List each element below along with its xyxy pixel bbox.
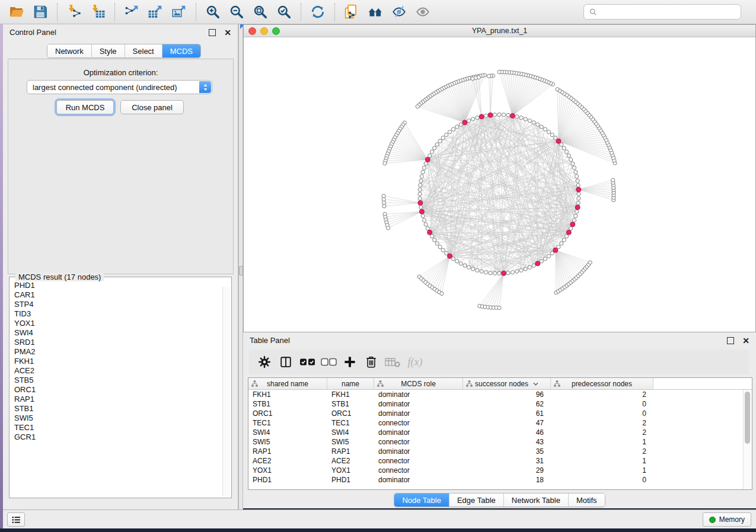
select-all-icon[interactable] [296,352,318,372]
table-row[interactable]: ORC1ORC1dominator610 [248,409,752,418]
search-box[interactable] [583,4,741,20]
columns-icon[interactable] [275,352,296,372]
mcds-result-item[interactable]: RAP1 [14,395,231,404]
float-panel-icon[interactable] [727,337,734,344]
mcds-result-item[interactable]: PHD1 [14,281,231,290]
add-icon[interactable] [339,352,361,372]
hide-graphics-details-icon[interactable] [390,2,409,21]
table-row[interactable]: PHD1PHD1dominator180 [248,475,752,485]
optimization-criterion-select[interactable]: largest connected component (undirected) [27,80,212,94]
cell-predecessor_nodes: 2 [551,447,653,456]
splitter-handle-icon[interactable] [239,266,243,275]
network-window-titlebar[interactable]: YPA_prune.txt_1 [243,24,756,37]
cell-name: FKH1 [327,390,374,399]
mcds-result-scrollbar[interactable] [222,287,229,496]
mcds-result-item[interactable]: SRD1 [14,338,231,347]
mcds-result-item[interactable]: FKH1 [14,357,231,366]
table-row[interactable]: ACE2ACE2connector311 [248,456,752,466]
task-history-button[interactable] [7,512,25,527]
cell-shared_name: STB1 [248,400,327,408]
table-row[interactable]: SWI5SWI5connector431 [248,437,752,447]
close-panel-icon[interactable]: ✕ [224,30,231,36]
column-header-name[interactable]: name [327,378,374,389]
select-spinner-icon[interactable] [199,81,211,93]
panel-splitter[interactable] [238,24,243,509]
mcds-result-item[interactable]: TID3 [14,309,231,319]
delete-icon[interactable] [361,352,382,372]
houses-icon[interactable] [366,2,385,21]
tab-mcds[interactable]: MCDS [162,44,200,57]
tab-select[interactable]: Select [125,44,162,57]
network-from-document-icon[interactable] [342,2,361,21]
tab-node-table[interactable]: Node Table [394,493,449,507]
table-row[interactable]: YOX1YOX1connector291 [248,466,752,475]
mcds-result-item[interactable]: STB1 [14,404,231,414]
cell-predecessor_nodes: 2 [551,390,653,399]
float-panel-icon[interactable] [209,29,216,36]
mcds-result-item[interactable]: STP4 [14,300,231,309]
delete-table-disabled-icon [382,352,403,372]
close-panel-button[interactable]: Close panel [120,100,184,114]
table-row[interactable]: SWI4SWI4dominator462 [248,428,752,437]
zoom-out-icon[interactable] [227,2,246,21]
memory-status-icon [709,517,716,523]
column-header-predecessor-nodes[interactable]: predecessor nodes [551,378,653,389]
save-icon[interactable] [31,2,50,21]
close-panel-icon[interactable]: ✕ [742,338,749,344]
tab-style[interactable]: Style [92,44,125,57]
table-row[interactable]: FKH1FKH1dominator962 [248,390,752,399]
zoom-fit-icon[interactable] [251,2,270,21]
column-header-shared-name[interactable]: shared name [248,378,327,389]
export-table-icon[interactable] [146,2,165,21]
table-scrollbar[interactable] [743,390,752,489]
tab-edge-table[interactable]: Edge Table [449,493,504,507]
cell-predecessor_nodes: 0 [551,476,653,484]
import-network-icon[interactable] [65,2,84,21]
deselect-all-icon[interactable] [318,352,339,372]
settings-icon[interactable] [254,352,275,372]
table-row[interactable]: TEC1TEC1connector472 [248,418,752,428]
cell-successor_nodes: 18 [463,476,551,484]
mcds-result-item[interactable]: GCR1 [14,432,231,442]
export-image-icon[interactable] [170,2,189,21]
maximize-window-icon[interactable] [272,27,280,35]
mcds-result-item[interactable]: ACE2 [14,366,231,376]
table-row[interactable]: RAP1RAP1dominator352 [248,447,752,456]
tab-network-table[interactable]: Network Table [504,493,569,507]
mcds-result-item[interactable]: TEC1 [14,423,231,432]
mcds-result-item[interactable]: SWI5 [14,414,231,423]
cell-predecessor_nodes: 1 [551,457,653,465]
export-network-icon[interactable] [122,2,141,21]
cell-mcds_role: connector [374,438,463,446]
import-table-icon[interactable] [88,2,107,21]
network-canvas[interactable] [243,37,756,332]
table-row[interactable]: STB1STB1dominator620 [248,399,752,409]
memory-button[interactable]: Memory [703,512,751,527]
show-graphics-details-icon[interactable] [413,2,432,21]
table-scrollbar-thumb[interactable] [745,392,750,444]
network-graph[interactable] [244,37,755,332]
mcds-result-item[interactable]: CAR1 [14,290,231,300]
column-header-successor-nodes[interactable]: successor nodes [463,378,551,389]
minimize-window-icon[interactable] [260,27,268,35]
close-window-icon[interactable] [248,27,256,35]
node-table-body: FKH1FKH1dominator962STB1STB1dominator620… [248,390,752,485]
table-tabs-row: Node TableEdge TableNetwork TableMotifs [243,493,756,507]
tab-network[interactable]: Network [47,44,92,57]
cell-name: RAP1 [327,447,374,456]
search-input[interactable] [601,7,736,17]
toolbar-separator [57,3,58,21]
mcds-result-item[interactable]: ORC1 [14,385,231,395]
mcds-result-item[interactable]: PMA2 [14,347,231,357]
refresh-icon[interactable] [308,2,327,21]
mcds-result-item[interactable]: STB5 [14,376,231,385]
mcds-result-item[interactable]: YOX1 [14,319,231,328]
tab-motifs[interactable]: Motifs [569,493,605,507]
column-header-MCDS-role[interactable]: MCDS role [374,378,463,389]
zoom-in-icon[interactable] [203,2,222,21]
run-mcds-button[interactable]: Run MCDS [56,100,114,114]
cell-successor_nodes: 43 [463,438,551,446]
open-file-icon[interactable] [7,2,26,21]
zoom-selected-icon[interactable] [275,2,294,21]
mcds-result-item[interactable]: SWI4 [14,328,231,338]
